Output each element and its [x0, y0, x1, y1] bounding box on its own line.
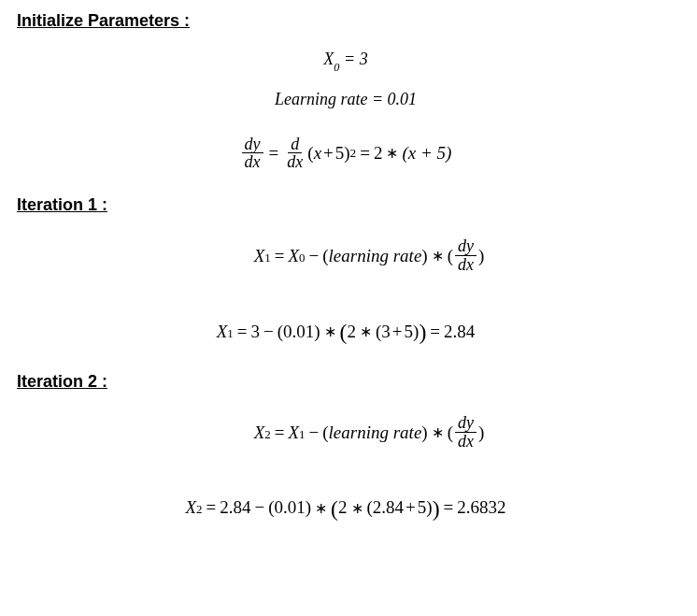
times: ∗ — [351, 499, 363, 517]
eq-sign: = — [360, 143, 370, 164]
frac-den: dx — [455, 433, 477, 451]
num-2: 2 — [348, 322, 357, 342]
minus: − — [263, 322, 274, 342]
result-284: 2.84 — [444, 322, 475, 342]
X-var: X — [254, 423, 265, 443]
heading-iteration-2: Iteration 2 : — [17, 372, 675, 392]
frac-dydx: dy dx — [455, 414, 477, 451]
num-284: 2.84 — [220, 497, 250, 518]
sub-2: 2 — [196, 502, 202, 517]
rparen: ) — [478, 246, 484, 266]
lr-label: Learning rate = — [275, 90, 388, 108]
x-var: x — [314, 143, 321, 164]
param-lr-row: Learning rate = 0.01 — [17, 90, 675, 109]
rparen: ) — [421, 246, 427, 266]
frac-ddx: d dx — [284, 136, 306, 172]
lr-val: 0.01 — [388, 90, 418, 108]
derivative-definition: dy dx = d dx (x + 5)2 = 2 ∗ (x + 5) — [17, 134, 675, 172]
superscript-2: 2 — [350, 146, 357, 161]
big-lparen: ( — [331, 496, 338, 522]
five: 5 — [335, 143, 345, 164]
eq: = — [206, 497, 217, 518]
frac-dydx-left: dy dx — [242, 136, 263, 172]
num-3: 3 — [250, 322, 260, 342]
big-rparen: ) — [419, 320, 426, 345]
rparen: ) — [306, 497, 311, 518]
minus: − — [309, 423, 320, 443]
times: ∗ — [432, 247, 444, 265]
iter1-calc: X1 = 3 − (0.01) ∗ (2 ∗ (3 + 5)) = 2.84 — [17, 319, 675, 344]
sub-0: 0 — [299, 251, 305, 265]
lparen: ( — [448, 423, 453, 443]
eq: = — [444, 497, 454, 518]
iter1-formula: X1 = X0 − (learning rate) ∗ ( dy dx ) — [17, 237, 675, 274]
plus: + — [405, 497, 416, 518]
num-5: 5 — [405, 322, 414, 342]
big-lparen: ( — [340, 320, 348, 345]
learning-rate-text: learning rate — [329, 246, 422, 266]
eq: = — [275, 246, 285, 266]
num-284: 2.84 — [373, 497, 404, 518]
eq: = — [275, 423, 285, 443]
two: 2 — [374, 143, 383, 164]
times: ∗ — [360, 322, 372, 340]
frac-num: d — [288, 136, 302, 154]
lparen: ( — [448, 246, 453, 266]
sub-1: 1 — [299, 427, 305, 442]
frac-den: dx — [455, 256, 477, 274]
frac-den: dx — [284, 153, 306, 171]
num-001: 0.01 — [283, 322, 314, 342]
x0-eq: = — [339, 50, 359, 68]
times: ∗ — [432, 423, 444, 441]
times: ∗ — [324, 322, 336, 340]
minus: − — [254, 497, 264, 518]
frac-num: dy — [455, 414, 477, 433]
times: ∗ — [315, 499, 327, 517]
x0-val: 3 — [360, 50, 368, 68]
rparen: ) — [478, 423, 484, 443]
x0-sub: 0 — [334, 61, 339, 74]
rparen: ) — [421, 423, 427, 443]
times: ∗ — [386, 144, 398, 162]
plus: + — [323, 143, 334, 164]
learning-rate-text: learning rate — [329, 423, 422, 443]
heading-initialize: Initialize Parameters : — [17, 11, 675, 31]
rparen: ) — [314, 322, 320, 342]
sub-1: 1 — [227, 326, 233, 341]
frac-dydx: dy dx — [455, 237, 477, 274]
big-rparen: ) — [433, 496, 440, 522]
plus: + — [392, 322, 403, 342]
num-2: 2 — [338, 497, 348, 518]
X-var: X — [288, 423, 299, 443]
x0-var: X — [323, 50, 334, 68]
num-5: 5 — [418, 497, 427, 518]
X-var: X — [217, 322, 228, 342]
xplus5: (x + 5) — [402, 143, 451, 164]
frac-num: dy — [455, 237, 477, 256]
heading-iteration-1: Iteration 1 : — [17, 195, 675, 215]
frac-den: dx — [242, 153, 263, 171]
minus: − — [309, 246, 320, 266]
sub-1: 1 — [264, 251, 270, 265]
param-x0-row: X0 = 3 — [17, 50, 675, 73]
eq: = — [237, 322, 248, 342]
X-var: X — [288, 246, 299, 266]
sub-2: 2 — [264, 427, 270, 442]
eq: = — [430, 322, 440, 342]
X-var: X — [254, 246, 265, 266]
result-26832: 2.6832 — [457, 497, 505, 518]
frac-num: dy — [242, 136, 263, 154]
num-3: 3 — [381, 322, 391, 342]
eq-sign: = — [269, 143, 279, 164]
iter2-formula: X2 = X1 − (learning rate) ∗ ( dy dx ) — [17, 414, 675, 451]
num-001: 0.01 — [275, 497, 306, 518]
iter2-calc: X2 = 2.84 − (0.01) ∗ (2 ∗ (2.84 + 5)) = … — [17, 495, 675, 521]
X-var: X — [185, 497, 196, 518]
